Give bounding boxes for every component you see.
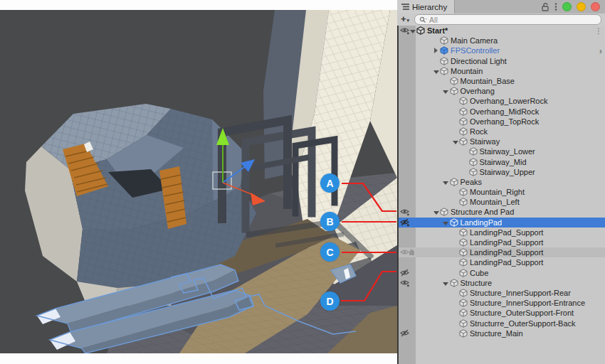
foldout-triangle-icon[interactable] [409,26,416,35]
magnifier-icon [419,16,427,23]
gameobject-cube-icon [459,309,468,317]
hierarchy-row-overhang[interactable]: Overhang [399,86,605,96]
hierarchy-row-mountain-right[interactable]: Mountain_Right [399,187,605,197]
hierarchy-row-main-camera[interactable]: Main Camera [399,36,605,46]
hierarchy-row-structure[interactable]: Structure [399,278,605,288]
foldout-triangle-icon[interactable] [442,87,450,95]
hierarchy-row-landingpad-support[interactable]: LandingPad_Support [399,247,605,257]
create-object-button[interactable]: + ▾ [397,14,411,26]
gameobject-cube-icon [459,107,468,116]
hierarchy-row-structurre-outersupport-back[interactable]: Structurre_OuterSupport-Back [399,318,605,328]
gameobject-cube-icon [450,178,458,186]
hierarchy-row-landingpad-support[interactable]: LandingPad_Support [399,237,605,247]
row-label: Structure_OuterSupport-Front [470,308,574,318]
hierarchy-row-landingpad-support[interactable]: LandingPad_Support [399,228,605,237]
scene-view[interactable]: A B C D [0,0,397,364]
gameobject-cube-icon [459,97,468,105]
hierarchy-row-structure-main[interactable]: Structure_Main [399,328,605,338]
gameobject-cube-icon [459,289,468,297]
search-input[interactable]: All [414,14,601,25]
gameobject-cube-icon [440,36,448,45]
foldout-triangle-icon[interactable] [451,137,459,146]
visibility-eye-icon[interactable] [400,26,409,36]
gameobject-cube-icon [459,248,468,257]
visibility-eye-off-icon[interactable] [400,329,409,339]
row-options-kebab-icon[interactable]: ⋮ [595,26,602,36]
visibility-eye-icon[interactable] [400,208,409,218]
hierarchy-row-landingpad[interactable]: LandingPad [399,218,605,228]
hierarchy-row-structure-outersupport-front[interactable]: Structure_OuterSupport-Front [399,308,605,318]
tab-hierarchy[interactable]: Hierarchy [397,0,455,14]
gameobject-cube-icon [459,299,468,307]
hierarchy-row-peaks[interactable]: Peaks [399,177,605,187]
row-label: Structure And Pad [451,207,514,217]
hierarchy-row-stairway-mid[interactable]: Stairway_Mid [399,156,605,166]
foldout-triangle-icon[interactable] [442,218,450,227]
hierarchy-tree[interactable]: Start*⋮ Main Camera FPSController› Direc… [397,26,605,364]
foldout-triangle-icon[interactable] [432,208,440,216]
hierarchy-rows: Start*⋮ Main Camera FPSController› Direc… [399,26,605,338]
row-label: LandingPad_Support [470,257,543,267]
row-label: Peaks [461,177,483,187]
hierarchy-row-directional-light[interactable]: Directional Light [399,56,605,66]
padlock-icon[interactable] [541,2,549,11]
hierarchy-row-structure-and-pad[interactable]: Structure And Pad [399,207,605,217]
green-status-dot[interactable] [562,2,572,11]
hierarchy-row-start-[interactable]: Start*⋮ [399,26,605,36]
gameobject-cube-icon [459,198,468,206]
row-label: LandingPad_Support [470,237,543,247]
top-margin [0,0,397,10]
hierarchy-row-mountain-base[interactable]: Mountain_Base [399,76,605,86]
gameobject-cube-icon [469,147,478,156]
hierarchy-row-overhang-midrock[interactable]: Overhang_MidRock [399,107,605,117]
gameobject-cube-icon [459,238,468,247]
hierarchy-row-structure-innersupport-rear[interactable]: Structure_InnerSupport-Rear [399,288,605,298]
hierarchy-row-cube[interactable]: Cube [399,268,605,278]
row-label: Stairway_Upper [480,167,535,177]
hierarchy-row-stairway-upper[interactable]: Stairway_Upper [399,167,605,177]
row-label: LandingPad [461,218,503,228]
yellow-status-dot[interactable] [577,2,586,11]
search-filter-value: All [429,16,438,24]
callout-c: C [320,242,340,262]
row-label: Mountain [451,66,483,76]
pickability-hand-icon[interactable] [408,248,415,257]
row-label: Overhang_LowerRock [470,96,547,106]
hierarchy-row-mountain[interactable]: Mountain [399,66,605,76]
visibility-eye-off-icon[interactable] [400,269,409,279]
hierarchy-row-overhang-lowerrock[interactable]: Overhang_LowerRock [399,96,605,106]
foldout-triangle-icon[interactable] [442,279,450,287]
hierarchy-row-fpscontroller[interactable]: FPSController› [399,46,605,55]
plus-icon: + [401,14,406,24]
hierarchy-row-stairway-lower[interactable]: Stairway_Lower [399,146,605,156]
hierarchy-row-overhang-toprock[interactable]: Overhang_TopRock [399,117,605,127]
row-label: Structure [461,278,493,288]
gameobject-cube-icon [440,208,448,216]
visibility-eye-icon[interactable] [400,279,409,289]
gameobject-cube-icon [469,168,478,176]
gameobject-cube-icon [459,269,468,277]
row-label: Main Camera [451,36,498,46]
gameobject-cube-icon [459,117,468,126]
red-status-dot[interactable] [591,2,600,11]
row-label: Mountain_Base [461,76,515,86]
callout-a: A [320,173,340,193]
hierarchy-row-structure-innersupport-entrance[interactable]: Structure_InnerSupport-Entrance [399,298,605,308]
hierarchy-row-mountain-left[interactable]: Mountain_Left [399,197,605,207]
hierarchy-row-landingpad-support[interactable]: LandingPad_Support [399,257,605,267]
hierarchy-toolbar: + ▾ All [397,14,605,26]
bottom-margin [0,353,397,364]
gameobject-cube-icon [459,188,468,196]
row-label: Overhang_MidRock [470,107,539,117]
gameobject-cube-icon [459,127,468,136]
hierarchy-row-stairway[interactable]: Stairway [399,136,605,146]
foldout-triangle-icon[interactable] [432,67,440,75]
visibility-eye-off-icon[interactable] [400,218,409,228]
open-prefab-chevron-icon[interactable]: › [599,46,602,55]
row-label: Cube [470,268,488,278]
hierarchy-row-rock[interactable]: Rock [399,127,605,136]
callout-d: D [320,291,340,311]
foldout-triangle-icon[interactable] [432,46,440,55]
kebab-menu-icon[interactable] [554,2,557,11]
foldout-triangle-icon[interactable] [442,178,450,186]
